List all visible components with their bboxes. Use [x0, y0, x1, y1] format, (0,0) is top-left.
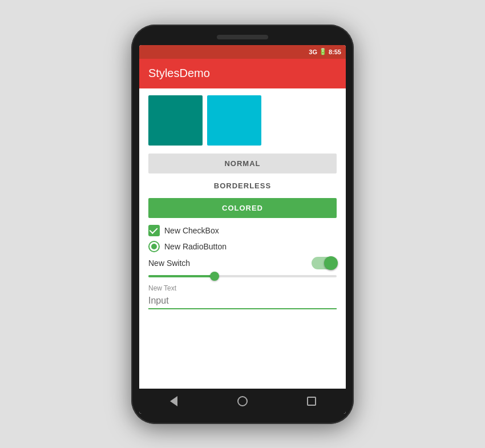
signal-indicator: 3G	[309, 49, 317, 55]
normal-button[interactable]: NORMAL	[148, 154, 337, 173]
text-input-section: New Text	[148, 284, 337, 309]
status-icons: 3G 🔋 8:55	[309, 48, 341, 55]
swatches-row	[148, 95, 337, 146]
switch-label: New Switch	[148, 259, 190, 268]
slider-row	[148, 275, 337, 277]
recents-icon	[307, 397, 316, 406]
app-bar: StylesDemo	[139, 59, 346, 88]
text-input-label: New Text	[148, 284, 337, 292]
phone-screen: 3G 🔋 8:55 StylesDemo NORMAL BORDERLESS C…	[139, 45, 346, 414]
phone-device: 3G 🔋 8:55 StylesDemo NORMAL BORDERLESS C…	[131, 25, 354, 424]
phone-speaker	[217, 35, 268, 39]
radio-row[interactable]: New RadioButton	[148, 241, 337, 252]
back-button[interactable]	[163, 391, 184, 411]
back-icon	[170, 396, 177, 406]
clock: 8:55	[329, 49, 341, 55]
recents-button[interactable]	[301, 391, 322, 411]
app-title: StylesDemo	[148, 67, 210, 80]
radio-label: New RadioButton	[164, 242, 227, 251]
text-input-field[interactable]	[148, 293, 337, 309]
radio-indicator[interactable]	[148, 241, 160, 252]
bottom-nav-bar	[139, 389, 346, 414]
switch-toggle[interactable]	[312, 257, 337, 269]
teal-swatch	[148, 95, 203, 146]
slider-thumb[interactable]	[210, 272, 219, 281]
colored-button[interactable]: COLORED	[148, 198, 337, 218]
home-icon	[237, 396, 248, 406]
radio-inner-dot	[151, 244, 157, 249]
status-bar: 3G 🔋 8:55	[139, 45, 346, 59]
switch-row: New Switch	[148, 257, 337, 269]
cyan-swatch	[207, 95, 261, 146]
battery-icon: 🔋	[319, 48, 327, 55]
slider-fill	[148, 275, 215, 277]
checkbox-row[interactable]: New CheckBox	[148, 225, 337, 236]
switch-thumb	[324, 256, 338, 270]
main-content: NORMAL BORDERLESS COLORED New CheckBox N…	[139, 88, 346, 389]
borderless-button[interactable]: BORDERLESS	[148, 176, 337, 196]
slider-track[interactable]	[148, 275, 337, 277]
checkbox-indicator[interactable]	[148, 225, 160, 236]
checkbox-label: New CheckBox	[164, 226, 219, 235]
home-button[interactable]	[232, 391, 253, 411]
